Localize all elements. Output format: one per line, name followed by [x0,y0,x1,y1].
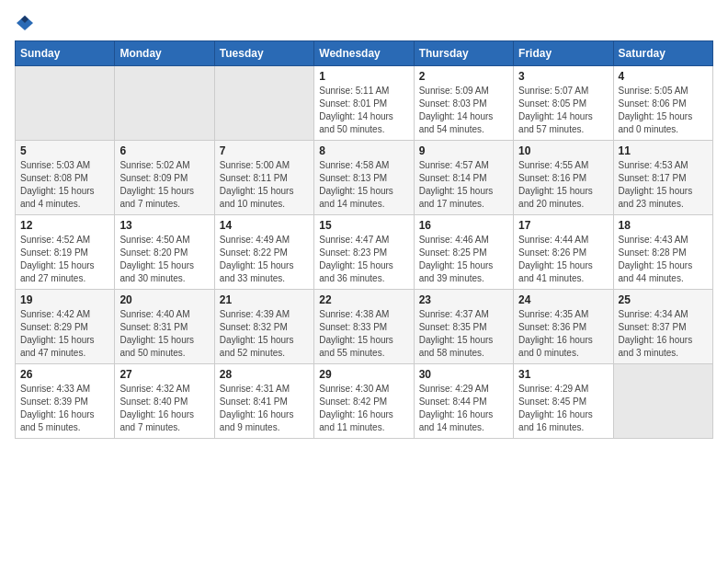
day-number: 30 [419,368,508,381]
calendar-day-cell: 29Sunrise: 4:30 AM Sunset: 8:42 PM Dayli… [314,364,414,439]
calendar-day-cell: 7Sunrise: 5:00 AM Sunset: 8:11 PM Daylig… [214,141,313,215]
day-info: Sunrise: 4:33 AM Sunset: 8:39 PM Dayligh… [20,383,109,434]
day-info: Sunrise: 5:07 AM Sunset: 8:05 PM Dayligh… [518,85,608,136]
calendar-day-cell: 14Sunrise: 4:49 AM Sunset: 8:22 PM Dayli… [214,215,313,290]
day-number: 29 [319,368,408,381]
day-number: 12 [20,219,109,232]
day-number: 17 [518,219,608,232]
day-number: 26 [20,368,109,381]
calendar-day-cell: 12Sunrise: 4:52 AM Sunset: 8:19 PM Dayli… [16,215,115,290]
day-number: 5 [20,144,109,157]
day-number: 24 [518,293,608,306]
day-info: Sunrise: 4:38 AM Sunset: 8:33 PM Dayligh… [319,308,408,360]
day-info: Sunrise: 4:57 AM Sunset: 8:14 PM Dayligh… [419,159,508,211]
day-number: 8 [319,144,408,157]
calendar-week-row: 1Sunrise: 5:11 AM Sunset: 8:01 PM Daylig… [16,66,713,141]
weekday-header: Monday [115,41,214,66]
calendar-day-cell: 10Sunrise: 4:55 AM Sunset: 8:16 PM Dayli… [514,141,613,215]
day-number: 25 [619,293,708,306]
day-info: Sunrise: 5:02 AM Sunset: 8:09 PM Dayligh… [119,159,209,211]
calendar-day-cell: 2Sunrise: 5:09 AM Sunset: 8:03 PM Daylig… [414,66,513,141]
day-info: Sunrise: 4:50 AM Sunset: 8:20 PM Dayligh… [119,234,209,285]
day-info: Sunrise: 5:09 AM Sunset: 8:03 PM Dayligh… [419,85,508,136]
day-number: 10 [518,144,608,157]
calendar-day-cell: 15Sunrise: 4:47 AM Sunset: 8:23 PM Dayli… [314,215,414,290]
calendar-day-cell: 21Sunrise: 4:39 AM Sunset: 8:32 PM Dayli… [214,290,313,364]
weekday-header: Wednesday [314,41,414,66]
calendar-day-cell: 3Sunrise: 5:07 AM Sunset: 8:05 PM Daylig… [514,66,613,141]
calendar-day-cell: 5Sunrise: 5:03 AM Sunset: 8:08 PM Daylig… [16,141,115,215]
day-info: Sunrise: 4:55 AM Sunset: 8:16 PM Dayligh… [518,159,608,211]
day-number: 1 [319,70,408,83]
calendar-day-cell: 27Sunrise: 4:32 AM Sunset: 8:40 PM Dayli… [115,364,214,439]
day-number: 16 [419,219,508,232]
day-info: Sunrise: 4:58 AM Sunset: 8:13 PM Dayligh… [319,159,408,211]
calendar-day-cell: 20Sunrise: 4:40 AM Sunset: 8:31 PM Dayli… [115,290,214,364]
day-info: Sunrise: 4:34 AM Sunset: 8:37 PM Dayligh… [619,308,708,360]
day-number: 14 [220,219,309,232]
calendar-day-cell: 13Sunrise: 4:50 AM Sunset: 8:20 PM Dayli… [115,215,214,290]
calendar-week-row: 19Sunrise: 4:42 AM Sunset: 8:29 PM Dayli… [16,290,713,364]
day-number: 28 [220,368,309,381]
calendar-day-cell: 9Sunrise: 4:57 AM Sunset: 8:14 PM Daylig… [414,141,513,215]
day-info: Sunrise: 4:42 AM Sunset: 8:29 PM Dayligh… [20,308,109,360]
day-number: 27 [119,368,209,381]
calendar-day-cell [16,66,115,141]
weekday-header: Tuesday [214,41,313,66]
calendar-day-cell [613,364,712,439]
day-info: Sunrise: 4:29 AM Sunset: 8:45 PM Dayligh… [518,383,608,434]
calendar-day-cell: 11Sunrise: 4:53 AM Sunset: 8:17 PM Dayli… [613,141,712,215]
day-info: Sunrise: 4:49 AM Sunset: 8:22 PM Dayligh… [220,234,309,285]
weekday-header: Saturday [613,41,712,66]
day-info: Sunrise: 5:05 AM Sunset: 8:06 PM Dayligh… [619,85,708,136]
day-info: Sunrise: 4:40 AM Sunset: 8:31 PM Dayligh… [119,308,209,360]
weekday-header: Friday [514,41,613,66]
calendar-day-cell: 4Sunrise: 5:05 AM Sunset: 8:06 PM Daylig… [613,66,712,141]
calendar-day-cell: 26Sunrise: 4:33 AM Sunset: 8:39 PM Dayli… [16,364,115,439]
calendar-week-row: 12Sunrise: 4:52 AM Sunset: 8:19 PM Dayli… [16,215,713,290]
day-number: 15 [319,219,408,232]
day-number: 20 [119,293,209,306]
calendar-day-cell: 19Sunrise: 4:42 AM Sunset: 8:29 PM Dayli… [16,290,115,364]
day-info: Sunrise: 4:44 AM Sunset: 8:26 PM Dayligh… [518,234,608,285]
day-info: Sunrise: 4:39 AM Sunset: 8:32 PM Dayligh… [220,308,309,360]
calendar-week-row: 5Sunrise: 5:03 AM Sunset: 8:08 PM Daylig… [16,141,713,215]
day-info: Sunrise: 4:43 AM Sunset: 8:28 PM Dayligh… [619,234,708,285]
day-number: 23 [419,293,508,306]
calendar-day-cell: 31Sunrise: 4:29 AM Sunset: 8:45 PM Dayli… [514,364,613,439]
day-number: 22 [319,293,408,306]
day-info: Sunrise: 4:29 AM Sunset: 8:44 PM Dayligh… [419,383,508,434]
calendar-day-cell: 23Sunrise: 4:37 AM Sunset: 8:35 PM Dayli… [414,290,513,364]
day-info: Sunrise: 4:46 AM Sunset: 8:25 PM Dayligh… [419,234,508,285]
calendar-header-row: SundayMondayTuesdayWednesdayThursdayFrid… [16,41,713,66]
calendar-day-cell: 1Sunrise: 5:11 AM Sunset: 8:01 PM Daylig… [314,66,414,141]
calendar-day-cell: 8Sunrise: 4:58 AM Sunset: 8:13 PM Daylig… [314,141,414,215]
weekday-header: Thursday [414,41,513,66]
day-info: Sunrise: 4:32 AM Sunset: 8:40 PM Dayligh… [119,383,209,434]
calendar-day-cell [214,66,313,141]
day-info: Sunrise: 4:35 AM Sunset: 8:36 PM Dayligh… [518,308,608,360]
day-number: 19 [20,293,109,306]
calendar-day-cell: 17Sunrise: 4:44 AM Sunset: 8:26 PM Dayli… [514,215,613,290]
day-info: Sunrise: 5:03 AM Sunset: 8:08 PM Dayligh… [20,159,109,211]
day-number: 6 [119,144,209,157]
calendar-day-cell: 24Sunrise: 4:35 AM Sunset: 8:36 PM Dayli… [514,290,613,364]
day-number: 7 [220,144,309,157]
calendar-day-cell: 22Sunrise: 4:38 AM Sunset: 8:33 PM Dayli… [314,290,414,364]
calendar-day-cell: 30Sunrise: 4:29 AM Sunset: 8:44 PM Dayli… [414,364,513,439]
day-info: Sunrise: 4:53 AM Sunset: 8:17 PM Dayligh… [619,159,708,211]
day-info: Sunrise: 5:11 AM Sunset: 8:01 PM Dayligh… [319,85,408,136]
day-number: 9 [419,144,508,157]
day-info: Sunrise: 4:52 AM Sunset: 8:19 PM Dayligh… [20,234,109,285]
calendar-table: SundayMondayTuesdayWednesdayThursdayFrid… [15,40,713,439]
logo [15,15,33,31]
day-number: 13 [119,219,209,232]
day-number: 18 [619,219,708,232]
calendar-day-cell: 18Sunrise: 4:43 AM Sunset: 8:28 PM Dayli… [613,215,712,290]
weekday-header: Sunday [16,41,115,66]
calendar-day-cell: 16Sunrise: 4:46 AM Sunset: 8:25 PM Dayli… [414,215,513,290]
day-number: 11 [619,144,708,157]
day-info: Sunrise: 4:30 AM Sunset: 8:42 PM Dayligh… [319,383,408,434]
day-number: 31 [518,368,608,381]
day-info: Sunrise: 4:37 AM Sunset: 8:35 PM Dayligh… [419,308,508,360]
